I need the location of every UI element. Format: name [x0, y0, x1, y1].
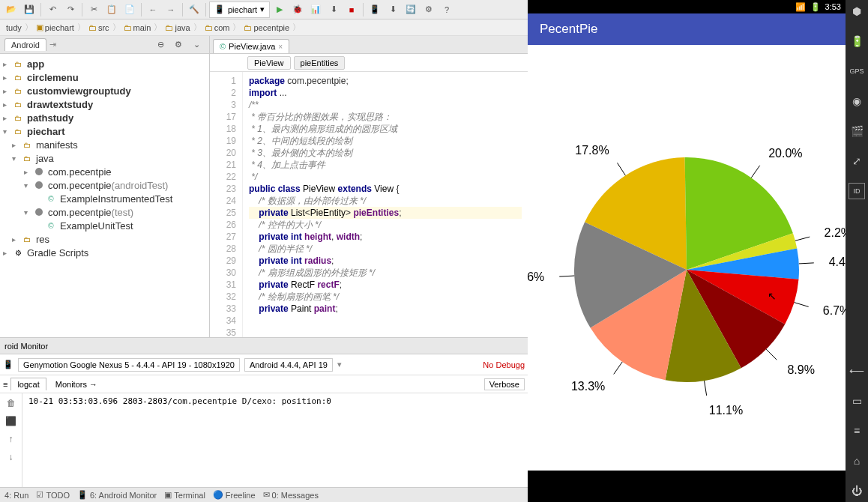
save-icon[interactable]: 💾	[21, 1, 37, 18]
svg-line-8	[795, 303, 809, 307]
nav-class[interactable]: PieView	[247, 56, 291, 70]
geny-icon[interactable]: ⬢	[849, 3, 865, 19]
svg-line-6	[799, 263, 814, 264]
project-tree[interactable]: ▸🗀app▸🗀circlemenu▸🗀customviewgrouptudy▸🗀…	[0, 54, 209, 337]
down-icon[interactable]: ↓	[4, 450, 18, 464]
run-config-dropdown[interactable]: 📱 piechart ▾	[209, 1, 270, 18]
copy-icon[interactable]: 📋	[103, 1, 120, 18]
profile-icon[interactable]: 📊	[307, 1, 324, 18]
status-tab[interactable]: ☑ TODO	[36, 490, 70, 500]
log-output[interactable]: 10-21 03:53:03.696 2803-2803/com.pecentp…	[22, 393, 528, 487]
forward-icon[interactable]: →	[163, 1, 179, 18]
tree-item[interactable]: ▸🗀drawtextstudy	[0, 97, 209, 111]
expand-icon[interactable]: ⤢	[849, 153, 865, 169]
signal-icon: 📶	[795, 2, 806, 12]
svg-text:11.1%: 11.1%	[709, 404, 743, 417]
tree-item[interactable]: ▾🗀piechart	[0, 124, 209, 138]
breadcrumb-item[interactable]: 🗀java	[162, 23, 193, 32]
avd-icon[interactable]: 📱	[367, 1, 383, 18]
status-tab[interactable]: 🔵 Freeline	[213, 490, 256, 500]
back-icon[interactable]: ←	[145, 1, 161, 18]
clapper-icon[interactable]: 🎬	[849, 123, 865, 139]
svg-text:20.0%: 20.0%	[768, 147, 802, 160]
tree-item[interactable]: ▸🗀circlemenu	[0, 70, 209, 84]
tree-item[interactable]: ▾com.pecentpie (androidTest)	[0, 178, 209, 192]
menu-icon[interactable]: ≡	[849, 423, 865, 439]
tree-item[interactable]: ▸🗀customviewgrouptudy	[0, 84, 209, 97]
sdk-selector[interactable]: Android 4.4.4, API 19	[244, 358, 333, 372]
recent-icon[interactable]: ▭	[849, 393, 865, 409]
log-level-dropdown[interactable]: Verbose	[484, 378, 525, 390]
gear-icon[interactable]: ⚙	[170, 37, 187, 53]
emulator-side-rail: ⬢ 🔋 GPS ◉ 🎬 ⤢ ID ⟵ ▭ ≡ ⌂ ⏻	[846, 0, 868, 502]
power-icon[interactable]: ⏻	[849, 483, 865, 499]
logcat-tab[interactable]: logcat	[10, 378, 46, 390]
project-view-tab[interactable]: Android	[4, 38, 46, 51]
collapse-icon[interactable]: ⊖	[152, 37, 169, 53]
scroll-icon[interactable]: ⬛	[4, 414, 18, 428]
attach-icon[interactable]: ⬇	[325, 1, 342, 18]
camera-icon[interactable]: ◉	[849, 93, 865, 109]
paste-icon[interactable]: 📄	[121, 1, 138, 18]
svg-text:17.8%: 17.8%	[575, 144, 609, 157]
breadcrumb-item[interactable]: 🗀pecentpie	[241, 23, 292, 32]
status-tab[interactable]: 4: Run	[4, 491, 28, 500]
sync-icon[interactable]: 🔄	[403, 1, 419, 18]
id-icon[interactable]: ID	[849, 183, 865, 199]
clear-icon[interactable]: 🗑	[4, 396, 18, 410]
tree-item[interactable]: ▸⚙Gradle Scripts	[0, 246, 209, 259]
svg-line-10	[766, 349, 777, 360]
chevron-right-icon[interactable]: ⇥	[49, 40, 56, 49]
breadcrumb-item[interactable]: tudy	[3, 23, 25, 32]
cut-icon[interactable]: ✂	[85, 1, 102, 18]
help-icon[interactable]: ?	[438, 1, 455, 18]
svg-text:13.3%: 13.3%	[571, 380, 605, 393]
status-tab[interactable]: 📱 6: Android Monitor	[77, 490, 157, 500]
breadcrumb-item[interactable]: ▣piechart	[33, 22, 77, 32]
pie-chart[interactable]: 17.8%20.0%2.2%4.4%6.7%8.9%11.1%13.3%15.6…	[528, 45, 846, 471]
close-icon[interactable]: ×	[278, 43, 283, 51]
run-icon[interactable]: ▶	[271, 1, 288, 18]
tree-item[interactable]: ▸com.pecentpie	[0, 165, 209, 178]
breadcrumb-item[interactable]: 🗀com	[202, 23, 233, 32]
class-icon: ©	[220, 42, 226, 51]
breadcrumb-item[interactable]: 🗀src	[85, 23, 112, 32]
nav-member[interactable]: pieEntities	[294, 56, 346, 70]
up-icon[interactable]: ↑	[4, 432, 18, 446]
battery-icon[interactable]: 🔋	[849, 33, 865, 49]
code-content[interactable]: package com.pecentpie;import .../** * 带百…	[243, 72, 528, 337]
tree-item[interactable]: ©ExampleUnitTest	[0, 219, 209, 232]
redo-icon[interactable]: ↷	[62, 1, 79, 18]
settings-icon[interactable]: ⚙	[421, 1, 437, 18]
build-icon[interactable]: 🔨	[186, 1, 202, 18]
main-toolbar: 📂 💾 ↶ ↷ ✂ 📋 📄 ← → 🔨 📱 piechart ▾ ▶ 🐞 📊 ⬇…	[0, 0, 528, 19]
breadcrumb: tudy〉 ▣piechart〉 🗀src〉 🗀main〉 🗀java〉 🗀co…	[0, 19, 528, 36]
breadcrumb-item[interactable]: 🗀main	[121, 23, 154, 32]
device-selector[interactable]: Genymotion Google Nexus 5 - 4.4.4 - API …	[18, 358, 240, 372]
undo-icon[interactable]: ↶	[44, 1, 61, 18]
tree-item[interactable]: ▸🗀res	[0, 232, 209, 246]
tree-item[interactable]: ▸🗀pathstudy	[0, 111, 209, 124]
line-gutter: 1231718192021222324252627282930313233343…	[210, 72, 243, 337]
back-icon[interactable]: ⟵	[849, 363, 865, 379]
tree-item[interactable]: ©ExampleInstrumentedTest	[0, 192, 209, 205]
status-tab[interactable]: ▣ Terminal	[164, 490, 205, 500]
gps-icon[interactable]: GPS	[849, 63, 865, 79]
logcat-icon: ≡	[3, 380, 7, 389]
editor-tab[interactable]: © PieView.java ×	[213, 39, 289, 53]
stop-icon[interactable]: ■	[343, 1, 360, 18]
svg-text:15.6%: 15.6%	[528, 270, 544, 283]
debug-icon[interactable]: 🐞	[289, 1, 306, 18]
open-icon[interactable]: 📂	[3, 1, 19, 18]
hide-icon[interactable]: ⌄	[188, 37, 205, 53]
sdk-icon[interactable]: ⬇	[385, 1, 401, 18]
status-tab[interactable]: ✉ 0: Messages	[263, 490, 319, 500]
status-bar: 4: Run ☑ TODO 📱 6: Android Monitor ▣ Ter…	[0, 487, 528, 502]
tree-item[interactable]: ▾🗀java	[0, 151, 209, 165]
device-icon: 📱	[3, 360, 13, 369]
tree-item[interactable]: ▸🗀app	[0, 57, 209, 70]
tree-item[interactable]: ▾com.pecentpie (test)	[0, 205, 209, 219]
tree-item[interactable]: ▸🗀manifests	[0, 138, 209, 151]
monitors-tab[interactable]: Monitors →	[49, 378, 103, 390]
home-icon[interactable]: ⌂	[849, 453, 865, 469]
